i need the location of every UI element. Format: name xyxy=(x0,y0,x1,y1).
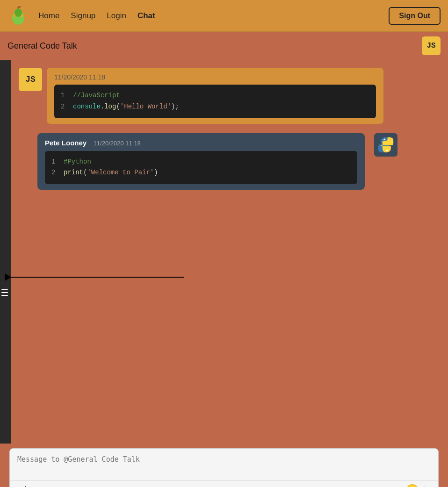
message-input-container: </> 🙂 ➤ xyxy=(9,448,439,487)
line-number: 2 xyxy=(51,167,57,179)
message-sender: Pete Looney xyxy=(45,139,87,147)
nav-signup[interactable]: Signup xyxy=(71,11,95,21)
sign-out-button[interactable]: Sign Out xyxy=(389,7,441,25)
messages-container: JS 11/20/2020 11:18 1 //JavaScript 2 con… xyxy=(0,60,448,444)
code-format-button[interactable]: </> xyxy=(16,485,31,487)
message-bubble: 11/20/2020 11:18 1 //JavaScript 2 consol… xyxy=(47,68,383,124)
nav-chat[interactable]: Chat xyxy=(137,11,155,21)
list-item: Pete Looney 11/20/2020 11:18 1 #Python 2… xyxy=(37,133,402,190)
table-row: JS 11/20/2020 11:18 1 //JavaScript 2 con… xyxy=(19,68,383,124)
input-actions: 🙂 ➤ xyxy=(406,484,432,487)
line-number: 1 xyxy=(61,90,66,101)
message-input[interactable] xyxy=(10,449,438,479)
sidebar-toggle[interactable] xyxy=(0,60,11,444)
channel-header: General Code Talk JS xyxy=(0,32,448,60)
svg-point-7 xyxy=(386,149,388,151)
menu-icon[interactable] xyxy=(0,289,9,296)
send-icon: ➤ xyxy=(423,484,432,487)
navbar: Home Signup Login Chat Sign Out xyxy=(0,0,448,32)
code-block: 1 #Python 2 print('Welcome to Pair') xyxy=(45,151,357,185)
channel-title: General Code Talk xyxy=(7,41,77,51)
code-block: 1 //JavaScript 2 console.log('Hello Worl… xyxy=(54,85,376,118)
avatar xyxy=(374,133,397,157)
code-content: console.log('Hello World'); xyxy=(73,101,179,113)
logo xyxy=(7,5,29,27)
avatar: JS xyxy=(19,68,42,91)
nav-home[interactable]: Home xyxy=(38,11,59,21)
input-area: </> 🙂 ➤ xyxy=(0,444,448,487)
nav-login[interactable]: Login xyxy=(107,11,126,21)
emoji-button[interactable]: 🙂 xyxy=(406,484,419,487)
nav-links: Home Signup Login Chat xyxy=(38,11,389,21)
emoji-icon: 🙂 xyxy=(406,484,419,487)
code-line: 2 console.log('Hello World'); xyxy=(61,101,369,113)
line-number: 1 xyxy=(51,157,57,168)
js-language-badge: JS xyxy=(422,36,441,55)
code-content: print('Welcome to Pair') xyxy=(64,167,158,179)
message-timestamp: 11/20/2020 11:18 xyxy=(54,73,376,81)
code-content: #Python xyxy=(64,157,91,168)
message-timestamp: 11/20/2020 11:18 xyxy=(94,140,141,147)
svg-point-6 xyxy=(384,138,386,140)
code-line: 2 print('Welcome to Pair') xyxy=(51,167,351,179)
code-line: 1 //JavaScript xyxy=(61,90,369,101)
chat-area: JS 11/20/2020 11:18 1 //JavaScript 2 con… xyxy=(0,60,448,444)
input-toolbar: </> 🙂 ➤ xyxy=(10,480,438,487)
svg-point-1 xyxy=(14,8,22,17)
line-number: 2 xyxy=(61,101,66,113)
code-content: //JavaScript xyxy=(73,90,120,101)
send-button[interactable]: ➤ xyxy=(423,484,432,487)
message-bubble-other: Pete Looney 11/20/2020 11:18 1 #Python 2… xyxy=(37,133,365,190)
code-line: 1 #Python xyxy=(51,157,351,168)
